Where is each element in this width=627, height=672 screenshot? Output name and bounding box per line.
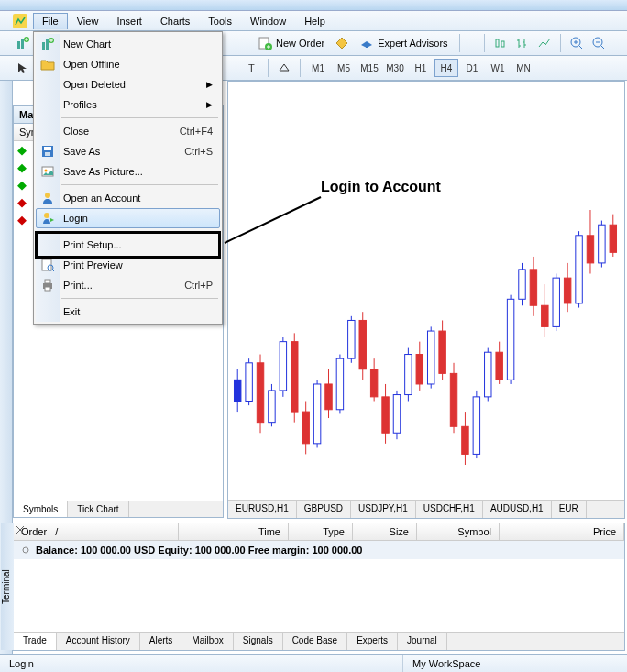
tf-m15[interactable]: M15 <box>358 59 381 77</box>
svg-rect-27 <box>314 384 320 444</box>
col-price[interactable]: Price <box>500 523 624 540</box>
tab-tick-chart[interactable]: Tick Chart <box>68 501 128 517</box>
menu-item-label: Open Offline <box>63 59 120 70</box>
svg-rect-19 <box>269 391 275 423</box>
menu-item-login[interactable]: Login <box>36 208 220 228</box>
menu-item-new-chart[interactable]: New Chart <box>36 34 220 54</box>
menu-window[interactable]: Window <box>241 13 295 29</box>
tab-journal[interactable]: Journal <box>398 633 447 650</box>
cursor-icon <box>16 61 29 74</box>
new-order-button[interactable]: New Order <box>252 36 330 50</box>
tf-w1[interactable]: W1 <box>486 59 510 77</box>
svg-rect-47 <box>427 331 434 384</box>
col-type[interactable]: Type <box>289 523 353 540</box>
tf-h4[interactable]: H4 <box>434 59 458 77</box>
tf-m5[interactable]: M5 <box>332 59 356 77</box>
menu-help[interactable]: Help <box>295 13 335 29</box>
chart-tab-gbpusd[interactable]: GBPUSD <box>297 501 351 518</box>
menu-item-profiles[interactable]: Profiles▶ <box>36 94 220 115</box>
tab-experts[interactable]: Experts <box>347 633 398 650</box>
zoom-out-button[interactable] <box>588 33 609 53</box>
line-button[interactable] <box>534 33 555 53</box>
menu-item-label: Open an Account <box>63 193 140 204</box>
autotrading-button[interactable] <box>332 33 352 53</box>
objects-button[interactable] <box>274 58 294 78</box>
svg-rect-45 <box>416 355 423 384</box>
menu-view[interactable]: View <box>68 13 108 29</box>
tf-h1[interactable]: H1 <box>409 59 433 77</box>
col-order[interactable]: Order / <box>14 523 179 540</box>
tab-account-history[interactable]: Account History <box>57 633 140 650</box>
menu-item-open-deleted[interactable]: Open Deleted▶ <box>36 74 220 94</box>
user-go-icon <box>41 211 56 226</box>
menu-item-print-setup-[interactable]: Print Setup... <box>36 235 220 255</box>
tf-mn[interactable]: MN <box>512 59 535 77</box>
svg-rect-13 <box>234 380 240 401</box>
bar-button[interactable] <box>512 33 533 53</box>
tab-code-base[interactable]: Code Base <box>283 633 347 650</box>
annotation-arrow <box>220 193 330 248</box>
chart-plus-icon <box>16 36 30 50</box>
expert-advisors-label: Expert Advisors <box>378 38 447 49</box>
menu-item-exit[interactable]: Exit <box>36 302 220 322</box>
svg-rect-7 <box>496 39 499 47</box>
tf-d1[interactable]: D1 <box>460 59 484 77</box>
menu-charts[interactable]: Charts <box>151 13 199 29</box>
app-icon <box>13 14 28 28</box>
svg-line-96 <box>225 197 321 243</box>
tf-m30[interactable]: M30 <box>383 59 407 77</box>
chart-tab-usdchf[interactable]: USDCHF,H1 <box>416 501 483 518</box>
col-symbol[interactable]: Symbol <box>417 523 500 540</box>
svg-rect-17 <box>257 363 263 423</box>
node-icon <box>21 545 30 555</box>
svg-rect-37 <box>370 369 377 397</box>
svg-rect-75 <box>587 236 593 263</box>
menu-item-label: Save As <box>63 146 100 157</box>
col-size[interactable]: Size <box>353 523 417 540</box>
status-left: Login <box>0 655 403 672</box>
tab-alerts[interactable]: Alerts <box>140 633 183 650</box>
annotation-text: Login to Account <box>321 179 441 195</box>
chart-tab-audusd[interactable]: AUDUSD,H1 <box>483 501 552 518</box>
menu-tools[interactable]: Tools <box>199 13 241 29</box>
svg-rect-65 <box>530 270 536 305</box>
tab-symbols[interactable]: Symbols <box>14 501 68 517</box>
menu-file[interactable]: File <box>33 13 68 29</box>
menu-insert[interactable]: Insert <box>107 13 151 29</box>
svg-rect-94 <box>45 280 50 283</box>
menu-item-save-as-picture-[interactable]: Save As Picture... <box>36 161 220 182</box>
chart-tab-eurusd[interactable]: EURUSD,H1 <box>228 501 297 518</box>
svg-point-80 <box>23 547 28 553</box>
candle-icon <box>493 36 508 50</box>
file-menu-dropdown: New ChartOpen OfflineOpen Deleted▶Profil… <box>33 31 223 325</box>
tab-trade[interactable]: Trade <box>14 633 57 650</box>
new-chart-button[interactable] <box>13 33 33 53</box>
menu-item-print-[interactable]: Print...Ctrl+P <box>36 275 220 295</box>
svg-rect-79 <box>610 225 616 252</box>
svg-point-88 <box>45 170 48 172</box>
svg-rect-55 <box>473 397 479 455</box>
menubar: File View Insert Charts Tools Window Hel… <box>0 11 627 31</box>
text-button[interactable]: T <box>242 58 262 78</box>
chart-tab-more[interactable]: EUR <box>552 501 587 518</box>
zoom-in-button[interactable] <box>566 33 587 53</box>
chart-tab-usdjpy[interactable]: USDJPY,H1 <box>351 501 416 518</box>
col-time[interactable]: Time <box>179 523 289 540</box>
close-icon[interactable] <box>16 525 25 534</box>
menu-item-close[interactable]: CloseCtrl+F4 <box>36 121 220 141</box>
order-plus-icon <box>258 36 272 50</box>
svg-rect-77 <box>599 225 605 263</box>
tab-mailbox[interactable]: Mailbox <box>182 633 233 650</box>
cursor-button[interactable] <box>13 58 33 78</box>
tab-signals[interactable]: Signals <box>234 633 283 650</box>
menu-item-print-preview[interactable]: Print Preview <box>36 255 220 275</box>
candle-button[interactable] <box>490 33 511 53</box>
arrow-up-icon: ◆ <box>17 160 27 174</box>
tf-m1[interactable]: M1 <box>306 59 330 77</box>
expert-advisors-button[interactable]: Expert Advisors <box>354 36 453 50</box>
menu-item-open-offline[interactable]: Open Offline <box>36 54 220 74</box>
menu-item-save-as[interactable]: Save AsCtrl+S <box>36 141 220 161</box>
menu-item-open-an-account[interactable]: Open an Account <box>36 188 220 208</box>
folder-icon <box>40 57 55 72</box>
chart-window[interactable]: EURUSD,H1 GBPUSD USDJPY,H1 USDCHF,H1 AUD… <box>227 81 625 519</box>
